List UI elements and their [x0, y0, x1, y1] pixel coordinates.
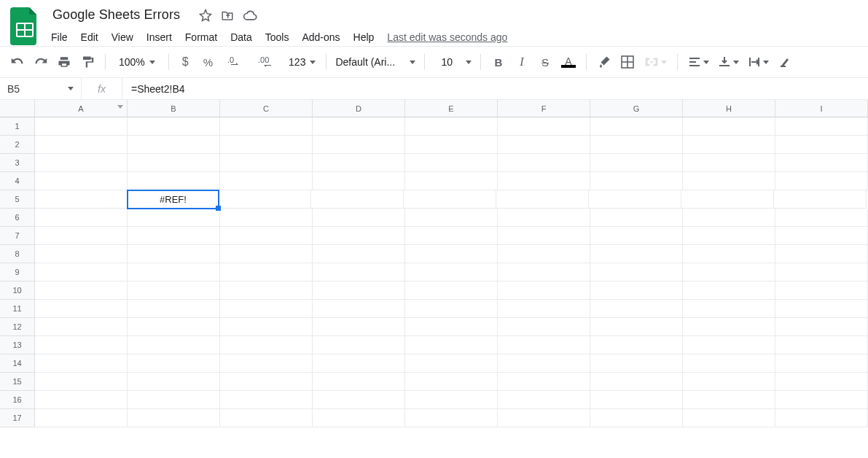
cell-E14[interactable]	[405, 354, 498, 373]
cell-B1[interactable]	[128, 117, 220, 136]
menu-file[interactable]: File	[51, 31, 68, 43]
cell-C1[interactable]	[220, 117, 313, 136]
print-button[interactable]	[55, 52, 73, 72]
cell-I11[interactable]	[775, 300, 868, 318]
text-rotation-button[interactable]	[776, 52, 794, 72]
formula-input[interactable]	[122, 78, 868, 99]
cell-A1[interactable]	[35, 117, 128, 136]
cell-C4[interactable]	[220, 172, 313, 190]
cell-D3[interactable]	[313, 154, 405, 172]
cell-G16[interactable]	[590, 391, 683, 409]
cell-E4[interactable]	[405, 172, 498, 190]
cell-D11[interactable]	[313, 300, 405, 318]
cell-I15[interactable]	[775, 373, 868, 391]
row-header-10[interactable]: 10	[0, 282, 35, 300]
cell-G3[interactable]	[590, 154, 683, 172]
merge-cells-button[interactable]	[642, 52, 668, 72]
sheets-app-icon[interactable]	[7, 9, 42, 44]
cell-I8[interactable]	[775, 245, 868, 263]
cell-D16[interactable]	[313, 391, 405, 409]
cell-B7[interactable]	[128, 227, 220, 245]
cell-F3[interactable]	[498, 154, 590, 172]
cell-I12[interactable]	[775, 318, 868, 336]
cell-B16[interactable]	[128, 391, 220, 409]
horizontal-align-button[interactable]	[687, 52, 711, 72]
cell-I1[interactable]	[775, 117, 868, 136]
cell-G10[interactable]	[590, 282, 683, 300]
cell-A3[interactable]	[35, 154, 128, 172]
cell-D9[interactable]	[313, 263, 405, 282]
cell-D4[interactable]	[313, 172, 405, 190]
cell-C6[interactable]	[220, 209, 313, 227]
cell-E6[interactable]	[405, 209, 498, 227]
cell-B17[interactable]	[128, 409, 220, 427]
cell-D7[interactable]	[313, 227, 405, 245]
cell-H15[interactable]	[683, 373, 775, 391]
col-header-E[interactable]: E	[405, 100, 498, 117]
cell-G2[interactable]	[590, 136, 683, 154]
paint-format-button[interactable]	[79, 52, 96, 72]
cell-C17[interactable]	[220, 409, 313, 427]
col-header-D[interactable]: D	[313, 100, 405, 117]
cell-C3[interactable]	[220, 154, 313, 172]
col-header-I[interactable]: I	[775, 100, 868, 117]
cell-E11[interactable]	[405, 300, 498, 318]
cell-B5[interactable]: #REF!	[127, 190, 219, 209]
cell-G9[interactable]	[590, 263, 683, 282]
cell-E16[interactable]	[405, 391, 498, 409]
cell-G8[interactable]	[590, 245, 683, 263]
cell-G13[interactable]	[590, 336, 683, 354]
cell-B10[interactable]	[128, 282, 220, 300]
col-header-F[interactable]: F	[498, 100, 590, 117]
last-edit-link[interactable]: Last edit was seconds ago	[387, 31, 507, 43]
document-title[interactable]: Google Sheets Errors	[50, 6, 183, 24]
cell-H1[interactable]	[683, 117, 775, 136]
cell-G5[interactable]	[589, 190, 681, 209]
cell-A13[interactable]	[35, 336, 128, 354]
cell-I14[interactable]	[775, 354, 868, 373]
cell-H5[interactable]	[681, 190, 774, 209]
col-header-H[interactable]: H	[683, 100, 775, 117]
cell-E15[interactable]	[405, 373, 498, 391]
cell-B9[interactable]	[128, 263, 220, 282]
cell-H8[interactable]	[683, 245, 775, 263]
cell-H12[interactable]	[683, 318, 775, 336]
cell-G4[interactable]	[590, 172, 683, 190]
cell-G14[interactable]	[590, 354, 683, 373]
menu-edit[interactable]: Edit	[81, 31, 98, 43]
cell-F9[interactable]	[498, 263, 590, 282]
cell-I9[interactable]	[775, 263, 868, 282]
cell-E17[interactable]	[405, 409, 498, 427]
cell-D17[interactable]	[313, 409, 405, 427]
currency-button[interactable]: $	[178, 52, 193, 72]
cell-I7[interactable]	[775, 227, 868, 245]
row-header-2[interactable]: 2	[0, 136, 35, 154]
cell-C9[interactable]	[220, 263, 313, 282]
cell-H3[interactable]	[683, 154, 775, 172]
zoom-dropdown[interactable]: 100%	[114, 56, 160, 68]
cell-G7[interactable]	[590, 227, 683, 245]
cell-H16[interactable]	[683, 391, 775, 409]
cell-H4[interactable]	[683, 172, 775, 190]
cell-A9[interactable]	[35, 263, 128, 282]
cell-F7[interactable]	[498, 227, 590, 245]
name-box[interactable]: B5	[0, 78, 82, 99]
row-header-15[interactable]: 15	[0, 373, 35, 391]
row-header-13[interactable]: 13	[0, 336, 35, 354]
row-header-7[interactable]: 7	[0, 227, 35, 245]
cell-C2[interactable]	[220, 136, 313, 154]
cell-G12[interactable]	[590, 318, 683, 336]
cell-E2[interactable]	[405, 136, 498, 154]
cell-C15[interactable]	[220, 373, 313, 391]
number-format-dropdown[interactable]: 123	[287, 56, 317, 68]
cell-A15[interactable]	[35, 373, 128, 391]
cell-I13[interactable]	[775, 336, 868, 354]
cell-H7[interactable]	[683, 227, 775, 245]
cell-I5[interactable]	[774, 190, 867, 209]
cell-A10[interactable]	[35, 282, 128, 300]
cell-B2[interactable]	[128, 136, 220, 154]
star-icon[interactable]	[199, 9, 212, 22]
cell-B11[interactable]	[128, 300, 220, 318]
cell-I2[interactable]	[775, 136, 868, 154]
cell-I16[interactable]	[775, 391, 868, 409]
